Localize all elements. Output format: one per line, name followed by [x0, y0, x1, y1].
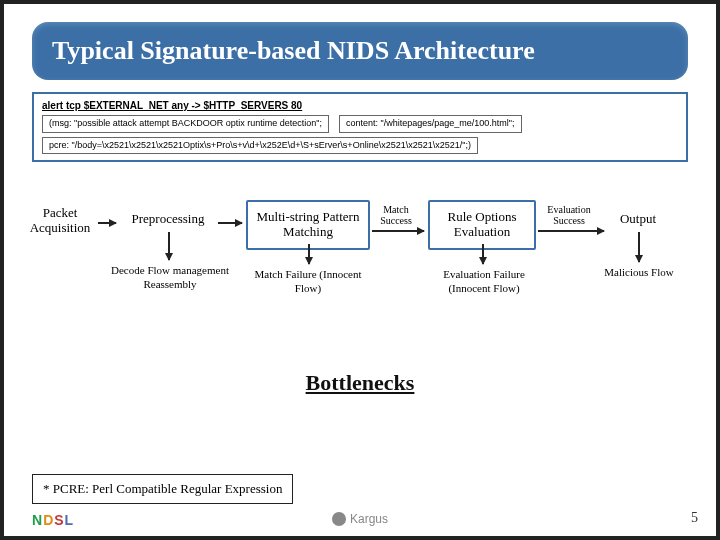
- rule-msg: (msg: "possible attack attempt BACKDOOR …: [42, 115, 329, 133]
- rule-row-2: pcre: "/body=\x2521\x2521\x2521Optix\s+P…: [42, 137, 678, 155]
- sub-match-failure: Match Failure (Innocent Flow): [248, 268, 368, 294]
- slide: Typical Signature-based NIDS Architectur…: [0, 0, 720, 540]
- logo-brand-text: Kargus: [350, 512, 388, 526]
- page-number: 5: [691, 510, 698, 526]
- logo-circle-icon: [332, 512, 346, 526]
- signature-rule-box: alert tcp $EXTERNAL_NET any -> $HTTP_SER…: [32, 92, 688, 162]
- arrow-output-down: [638, 232, 640, 262]
- arrow-1-2: [98, 222, 116, 224]
- stage-preprocessing: Preprocessing: [120, 212, 216, 227]
- rule-pcre: pcre: "/body=\x2521\x2521\x2521Optix\s+P…: [42, 137, 478, 155]
- logo-letter: L: [65, 512, 75, 528]
- logo-letter: N: [32, 512, 43, 528]
- arrow-preproc-down: [168, 232, 170, 260]
- arrow-match-down: [308, 244, 310, 264]
- slide-title: Typical Signature-based NIDS Architectur…: [52, 36, 668, 66]
- stage-multistring-matching: Multi-string Pattern Matching: [246, 200, 370, 250]
- pipeline-flow: Packet Acquisition Preprocessing Multi-s…: [14, 182, 706, 362]
- sub-eval-failure: Evaluation Failure (Innocent Flow): [422, 268, 546, 294]
- edge-eval-success: Evaluation Success: [538, 204, 600, 226]
- footnote-pcre: * PCRE: Perl Compatible Regular Expressi…: [32, 474, 293, 504]
- stage-output: Output: [608, 212, 668, 227]
- logo-letter: D: [43, 512, 54, 528]
- title-bar: Typical Signature-based NIDS Architectur…: [32, 22, 688, 80]
- stage-rule-options-eval: Rule Options Evaluation: [428, 200, 536, 250]
- rule-row-1: (msg: "possible attack attempt BACKDOOR …: [42, 115, 678, 133]
- arrow-eval-down: [482, 244, 484, 264]
- logo-letter: S: [54, 512, 64, 528]
- rule-header: alert tcp $EXTERNAL_NET any -> $HTTP_SER…: [42, 100, 678, 111]
- edge-match-success: Match Success: [372, 204, 420, 226]
- logo-ndsl: NDSL: [32, 512, 74, 528]
- arrow-2-3: [218, 222, 242, 224]
- stage-packet-acquisition: Packet Acquisition: [22, 206, 98, 236]
- sub-preprocessing: Decode Flow management Reassembly: [110, 264, 230, 290]
- bottlenecks-label: Bottlenecks: [4, 370, 716, 396]
- arrow-3-4: [372, 230, 424, 232]
- rule-content: content: "/whitepages/page_me/100.html";: [339, 115, 522, 133]
- arrow-4-5: [538, 230, 604, 232]
- logo-center: Kargus: [332, 512, 388, 526]
- sub-malicious-flow: Malicious Flow: [604, 266, 674, 279]
